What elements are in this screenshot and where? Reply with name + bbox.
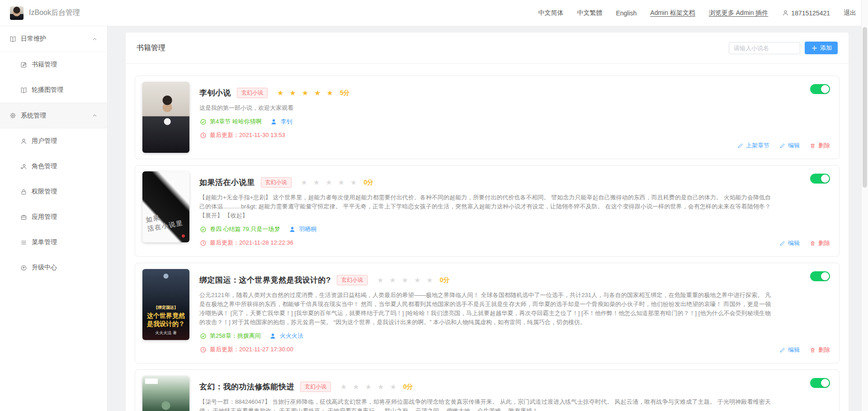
user-phone: 18715125421 xyxy=(791,9,830,17)
book-author[interactable]: 羽栖桐 xyxy=(299,225,316,233)
book-rating-stars: ★★★★★ xyxy=(377,276,433,284)
header-nav-admin-docs-link[interactable]: Admin 框架文档 xyxy=(650,9,695,17)
header-nav-lang-english[interactable]: English xyxy=(616,9,637,17)
book-score: 0分 xyxy=(363,179,373,187)
sidebar-item-menus[interactable]: 菜单管理 xyxy=(0,230,107,255)
book-author[interactable]: 李钊 xyxy=(281,118,292,126)
book-title: 玄幻：我的功法修炼能快进 xyxy=(199,382,294,392)
sidebar-group-system-management[interactable]: 系统管理 xyxy=(0,103,107,128)
sidebar-item-permissions[interactable]: 权限管理 xyxy=(0,179,107,204)
gear-icon xyxy=(9,112,16,119)
star-icon: ★ xyxy=(289,89,296,97)
book-actions: 编辑删除 xyxy=(778,346,830,354)
chapter-row: 第258章：挑拨离间 火火火法 xyxy=(199,332,771,340)
sidebar-item-apps[interactable]: 应用管理 xyxy=(0,204,107,230)
sidebar-item-upgrade[interactable]: 升级中心 xyxy=(0,255,107,280)
role-user-icon xyxy=(20,163,27,170)
last-updated: 最后更新：2021-11-30 13:53 xyxy=(210,131,285,139)
book-cover-image xyxy=(142,82,189,153)
cover-text-line: 是我设计的？ xyxy=(147,320,185,327)
delete-action[interactable]: 删除 xyxy=(809,239,830,247)
book-card: 如果活在小说里 如果活在小说里 玄幻小说 ★★★★★ 0分 【超能力+无金手指+… xyxy=(135,165,840,257)
logout-button[interactable]: 退出 xyxy=(844,9,856,17)
latest-chapter[interactable]: 第4章节 哈哈你猜啊 xyxy=(210,118,262,126)
plus-icon xyxy=(811,44,818,52)
latest-chapter[interactable]: 第258章：挑拨离间 xyxy=(210,332,261,340)
author-icon xyxy=(288,226,296,233)
book-card: 李钊小说 玄幻小说 ★★★★★ 5分 这是我的第一部小说，欢迎大家观看 第4章节… xyxy=(135,76,840,159)
edit-square-icon xyxy=(20,61,27,68)
lock-icon xyxy=(20,188,27,195)
pencil-icon xyxy=(736,142,744,149)
star-icon: ★ xyxy=(326,178,332,187)
search-input[interactable] xyxy=(729,42,800,54)
book-card: 玄幻：我的功法修炼能快进 玄幻小说 ★★★★★ 0分 【柒号一群：8842460… xyxy=(135,369,840,411)
sidebar-item-label: 升级中心 xyxy=(32,264,57,272)
book-score: 0分 xyxy=(440,276,450,284)
clock-icon xyxy=(199,132,207,139)
open-book-icon xyxy=(20,86,27,94)
panel-header: 书籍管理 添加 xyxy=(126,33,849,64)
trash-icon xyxy=(809,240,816,247)
sidebar-item-label: 角色管理 xyxy=(32,162,57,170)
book-list: 李钊小说 玄幻小说 ★★★★★ 5分 这是我的第一部小说，欢迎大家观看 第4章节… xyxy=(126,64,849,411)
sidebar-item-label: 权限管理 xyxy=(32,188,57,196)
chevron-up-icon xyxy=(91,112,98,119)
cover-text: 【绑定国运】这个世界竟然是我设计的？火火火法 著 xyxy=(142,304,189,336)
page-scrollbar[interactable] xyxy=(861,0,868,411)
book-category-tag: 玄幻小说 xyxy=(300,382,331,392)
sidebar: 日常维护书籍管理轮播图管理系统管理用户管理角色管理权限管理应用管理菜单管理升级中… xyxy=(0,26,108,411)
author-icon xyxy=(270,118,278,125)
main-area: 书籍管理 添加 李钊小说 玄幻小说 ★★★★★ 5分 这是我的第一 xyxy=(108,26,868,411)
sidebar-item-label: 用户管理 xyxy=(32,137,57,145)
edit-action[interactable]: 编辑 xyxy=(778,346,800,354)
publish-chapters-action[interactable]: 上架章节 xyxy=(736,142,769,150)
book-title: 李钊小说 xyxy=(199,88,231,98)
header-nav-lang-simplified-chinese[interactable]: 中文简体 xyxy=(538,9,563,17)
book-status-toggle[interactable] xyxy=(810,271,830,281)
trash-icon xyxy=(809,346,816,354)
book-rating-stars: ★★★★★ xyxy=(277,89,333,97)
menu-group-system-management: 系统管理用户管理角色管理权限管理应用管理菜单管理升级中心 xyxy=(0,103,107,280)
sidebar-group-daily-maintenance[interactable]: 日常维护 xyxy=(0,26,107,52)
sidebar-item-roles[interactable]: 角色管理 xyxy=(0,154,107,179)
book-status-toggle[interactable] xyxy=(810,84,830,94)
header-user[interactable]: 18715125421 xyxy=(782,9,830,17)
scrollbar-thumb[interactable] xyxy=(863,27,867,188)
sidebar-item-carousel[interactable]: 轮播图管理 xyxy=(0,77,107,103)
star-icon: ★ xyxy=(277,89,283,97)
sidebar-item-label: 应用管理 xyxy=(32,213,57,221)
app-box-icon xyxy=(20,213,27,221)
header-nav-lang-traditional-chinese[interactable]: 中文繁體 xyxy=(577,9,602,17)
book-author[interactable]: 火火火法 xyxy=(280,332,303,340)
star-icon: ★ xyxy=(353,383,359,391)
star-icon: ★ xyxy=(314,89,321,97)
book-card: 【绑定国运】这个世界竟然是我设计的？火火火法 著 绑定国运：这个世界竟然是我设计… xyxy=(135,263,840,364)
book-category-tag: 玄幻小说 xyxy=(337,275,368,285)
cover-text-line: 【绑定国运】 xyxy=(154,304,178,311)
sidebar-item-books[interactable]: 书籍管理 xyxy=(0,52,107,77)
delete-action[interactable]: 删除 xyxy=(809,142,830,150)
edit-action[interactable]: 编辑 xyxy=(778,239,800,247)
chevron-up-icon xyxy=(91,35,98,43)
book-cover-image: 【绑定国运】这个世界竟然是我设计的？火火火法 著 xyxy=(142,269,189,340)
star-icon: ★ xyxy=(377,276,383,284)
book-status-toggle[interactable] xyxy=(810,174,830,184)
book-cover-image xyxy=(142,376,189,411)
add-book-button[interactable]: 添加 xyxy=(805,42,838,54)
header-nav-admin-plugins-link[interactable]: 浏览更多 Admin 插件 xyxy=(709,9,768,17)
sidebar-item-users[interactable]: 用户管理 xyxy=(0,128,107,154)
delete-action[interactable]: 删除 xyxy=(809,346,830,354)
check-circle-icon xyxy=(199,118,207,125)
menu-lines-icon xyxy=(20,239,27,246)
sidebar-item-label: 轮播图管理 xyxy=(32,86,63,94)
latest-chapter[interactable]: 卷四 心结篇 79.只是一场梦 xyxy=(210,225,280,233)
edit-action[interactable]: 编辑 xyxy=(778,142,800,150)
menu-group-daily-maintenance: 日常维护书籍管理轮播图管理 xyxy=(0,26,107,103)
sidebar-item-label: 菜单管理 xyxy=(32,238,57,246)
update-row: 最后更新：2021-11-27 17:30:00 xyxy=(199,345,771,354)
star-icon: ★ xyxy=(338,178,344,187)
star-icon: ★ xyxy=(414,276,420,284)
user-icon xyxy=(20,137,27,145)
book-status-toggle[interactable] xyxy=(810,378,830,388)
